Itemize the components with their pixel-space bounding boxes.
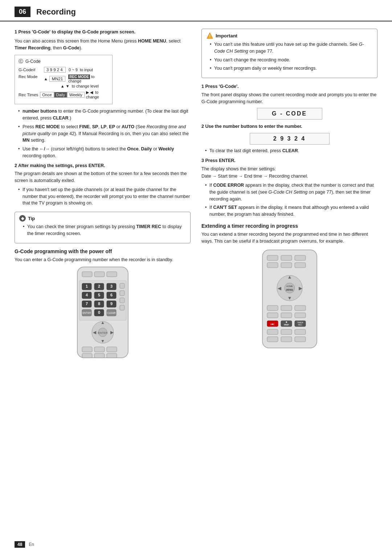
step1-right-text: The front panel display shows the curren…	[201, 92, 377, 105]
chapter-number: 06	[15, 7, 30, 17]
gcode-label: G-Code#	[19, 68, 44, 72]
svg-text:ENTER: ENTER	[98, 331, 107, 335]
svg-rect-51	[295, 255, 306, 260]
svg-text:◀: ◀	[278, 285, 281, 291]
svg-rect-85	[295, 337, 306, 342]
remote-right-svg: HOME MENU ▲ ▼ ◀ ▶ ENTER ● RE	[253, 248, 326, 350]
svg-rect-50	[281, 255, 292, 260]
svg-rect-54	[295, 263, 306, 268]
gcode-poweroff-heading: G-Code programming with the power off	[15, 248, 191, 254]
step3-bullet-list: If CODE ERROR appears in the display, ch…	[201, 182, 377, 218]
step1-intro: You can also access this screen from the…	[15, 38, 191, 52]
right-column: ! Important You can't use this feature u…	[201, 29, 377, 360]
tip-header: ◆ Tip	[19, 215, 186, 222]
svg-rect-68	[281, 313, 292, 318]
step2-text: The program details are shown at the bot…	[15, 170, 191, 184]
tip-icon: ◆	[19, 215, 26, 222]
important-bullet: You can't program daily or weekly timer …	[210, 65, 373, 72]
svg-rect-31	[120, 298, 124, 303]
chapter-title: Recording	[36, 7, 76, 17]
svg-rect-29	[120, 283, 124, 288]
important-bullet: You can't change the recording mode.	[210, 57, 373, 64]
svg-rect-64	[267, 305, 278, 311]
rectimes-note: ▶ ◀ to change	[86, 90, 109, 99]
svg-rect-65	[281, 305, 292, 311]
svg-rect-80	[267, 329, 278, 335]
tip-label: Tip	[28, 216, 35, 221]
gcode-screen-header: Ⓒ G-Code	[19, 58, 109, 65]
gcode-display: G - CODE	[257, 108, 322, 119]
number-display: 2 9 3 2 4	[250, 133, 330, 145]
extending-heading: Extending a timer recording in progress	[201, 223, 377, 229]
svg-rect-3	[107, 272, 117, 277]
svg-text:ENTER: ENTER	[286, 289, 293, 291]
svg-text:▶: ▶	[110, 330, 114, 335]
page-header: 06 Recording	[0, 0, 392, 21]
step3-right-text: The display shows the timer settings:	[201, 166, 377, 173]
bullet-item: If you haven't set up the guide channels…	[18, 186, 191, 207]
svg-text:3: 3	[110, 284, 112, 288]
rectimes-label: Rec Times	[19, 93, 40, 97]
svg-rect-44	[94, 353, 105, 358]
page-footer: 48 En	[15, 541, 377, 548]
remote-left-svg: 1 2 3 4 5 6 7 8 9 EN	[68, 265, 137, 360]
svg-rect-49	[267, 255, 278, 260]
bullet-item: Use the ←/→ (cursor left/right) buttons …	[18, 146, 191, 159]
recmode-label: Rec Mode	[19, 74, 44, 79]
tab-once: Once	[40, 92, 54, 98]
left-bullet-list1: number buttons to enter the G-Code progr…	[15, 108, 191, 159]
language-label: En	[29, 542, 34, 547]
important-label: Important	[216, 33, 237, 39]
svg-text:9: 9	[110, 301, 112, 306]
remote-left-container: 1 2 3 4 5 6 7 8 9 EN	[15, 265, 191, 360]
svg-rect-40	[82, 347, 92, 352]
tip-box: ◆ Tip You can check the timer program se…	[15, 212, 191, 243]
svg-rect-53	[281, 263, 292, 268]
important-header: ! Important	[206, 32, 373, 39]
svg-rect-32	[120, 305, 124, 310]
step1-heading: 1 Press 'G-Code' to display the G-Code p…	[15, 29, 191, 36]
svg-rect-69	[295, 313, 306, 318]
svg-text:7: 7	[85, 301, 87, 306]
svg-rect-82	[295, 329, 306, 335]
bullet-item: Press REC MODE to select FINE, SP, LP, E…	[18, 123, 191, 144]
svg-text:▼: ▼	[287, 295, 292, 301]
svg-point-56	[285, 283, 295, 293]
svg-rect-84	[281, 337, 292, 342]
svg-text:▲: ▲	[101, 320, 105, 325]
svg-text:CLEAR: CLEAR	[107, 312, 115, 314]
svg-text:ENTER: ENTER	[82, 312, 91, 314]
svg-text:REC: REC	[270, 323, 275, 325]
svg-rect-42	[107, 347, 117, 352]
gcode-row-recmode: Rec Mode ▲ MN21 REC MODE to change ▲ ▼ t…	[19, 74, 109, 88]
important-icon: !	[206, 32, 213, 39]
gcode-screen: Ⓒ G-Code G-Code# 3 9 9 2 4 0 ~ 9 to inpu…	[15, 55, 113, 104]
svg-text:REC: REC	[284, 324, 288, 326]
tip-bullet-item: You can check the timer program settings…	[23, 223, 186, 237]
rectimes-tabs: Once Daily Weekly	[40, 92, 85, 98]
svg-text:4: 4	[85, 293, 88, 297]
step2-right-heading: 2 Use the number buttons to enter the nu…	[201, 123, 377, 130]
bullet-item: number buttons to enter the G-Code progr…	[18, 108, 191, 122]
important-bullet-list: You can't use this feature until you hav…	[206, 41, 373, 72]
step3-sequence: Date → Start time → End time → Recording…	[201, 173, 377, 180]
tip-bullet-list: You can check the timer program settings…	[19, 223, 186, 237]
svg-rect-45	[107, 353, 117, 358]
main-content: 1 Press 'G-Code' to display the G-Code p…	[0, 29, 392, 360]
svg-text:2: 2	[98, 284, 100, 288]
gcode-poweroff-text: You can enter a G-Code programming numbe…	[15, 256, 191, 263]
svg-text:5: 5	[98, 293, 100, 297]
left-bullet-list2: If you haven't set up the guide channels…	[15, 186, 191, 207]
important-bullet: You can't use this feature until you hav…	[210, 41, 373, 55]
svg-rect-1	[82, 272, 92, 277]
svg-rect-2	[94, 272, 105, 277]
svg-text:▲: ▲	[287, 274, 292, 280]
clear-note-item: To clear the last digit entered, press C…	[205, 147, 377, 154]
extending-text: You can extend a timer recording beyond …	[201, 231, 377, 245]
important-box: ! Important You can't use this feature u…	[201, 29, 377, 78]
step2-heading: 2 After making the settings, press ENTER…	[15, 162, 191, 169]
svg-rect-67	[267, 313, 278, 318]
svg-text:!: !	[209, 34, 211, 38]
right-bullet-list1: To clear the last digit entered, press C…	[201, 147, 377, 154]
svg-text:▼: ▼	[101, 339, 105, 344]
